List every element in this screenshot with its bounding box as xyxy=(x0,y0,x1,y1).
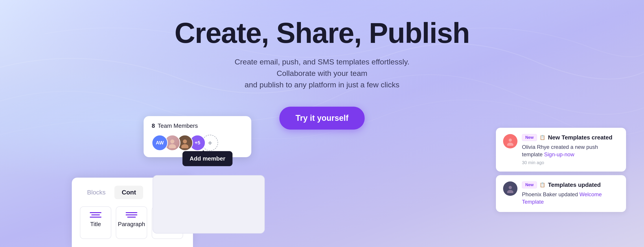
notif-link-1[interactable]: Sign-up-now xyxy=(544,151,574,157)
svg-point-2 xyxy=(183,139,187,143)
svg-point-7 xyxy=(507,190,514,193)
add-member-tooltip: Add member xyxy=(182,151,232,166)
new-badge-1: New xyxy=(522,134,537,141)
try-it-yourself-button[interactable]: Try it yourself xyxy=(279,107,365,130)
notif-body-1: Olivia Rhye created a new push template … xyxy=(522,143,619,158)
notif-avatar-olivia xyxy=(503,134,518,148)
new-badge-2: New xyxy=(522,181,537,188)
avatar-aw: AW xyxy=(152,135,168,151)
svg-point-6 xyxy=(509,186,512,189)
block-paragraph-label: Paragraph xyxy=(118,221,145,228)
team-label: Team Members xyxy=(158,122,198,129)
hero-subtitle: Create email, push, and SMS templates ef… xyxy=(221,56,423,91)
svg-point-5 xyxy=(507,143,514,146)
notification-item-2: New 📋 Templates updated Phoenix Baker up… xyxy=(496,175,626,212)
team-count: 8 xyxy=(152,122,155,129)
notif-time-1: 30 min ago xyxy=(522,160,619,165)
para-icon-line3 xyxy=(127,217,136,217)
tab-content[interactable]: Cont xyxy=(114,186,143,199)
team-members-card: 8 Team Members AW +5 + Add member xyxy=(144,116,251,157)
team-avatars: AW +5 + xyxy=(152,135,243,151)
title-icon-line2 xyxy=(91,214,100,215)
hero-title: Create, Share, Publish xyxy=(174,18,470,48)
svg-point-4 xyxy=(509,139,512,142)
title-icon-line1 xyxy=(90,212,102,213)
block-title[interactable]: Title xyxy=(80,206,111,239)
para-icon-line2 xyxy=(126,214,137,215)
title-icon-line3 xyxy=(90,217,102,217)
svg-point-1 xyxy=(169,144,176,148)
template-icon-1: 📋 xyxy=(540,135,545,140)
notif-avatar-phoenix xyxy=(503,181,518,196)
title-block-icon xyxy=(90,212,102,217)
notifications-card: New 📋 New Templates created Olivia Rhye … xyxy=(496,128,626,215)
template-icon-2: 📋 xyxy=(540,182,545,187)
notif-header-2: New 📋 Templates updated xyxy=(522,181,619,188)
notif-header-1: New 📋 New Templates created xyxy=(522,134,619,141)
block-paragraph[interactable]: Paragraph xyxy=(116,206,147,239)
notification-item-1: New 📋 New Templates created Olivia Rhye … xyxy=(496,128,626,172)
paragraph-block-icon xyxy=(126,212,137,217)
svg-point-3 xyxy=(181,144,188,148)
notif-title-1: New Templates created xyxy=(548,134,612,141)
notif-title-2: Templates updated xyxy=(548,181,601,188)
para-icon-line1 xyxy=(126,212,137,213)
notif-body-2: Phoenix Baker updated Welcome Template xyxy=(522,191,619,206)
block-title-label: Title xyxy=(90,221,101,228)
preview-card xyxy=(152,175,265,233)
svg-point-0 xyxy=(170,139,174,143)
notif-content-1: New 📋 New Templates created Olivia Rhye … xyxy=(522,134,619,165)
tab-blocks[interactable]: Blocks xyxy=(80,186,113,199)
team-header: 8 Team Members xyxy=(152,122,243,129)
notif-content-2: New 📋 Templates updated Phoenix Baker up… xyxy=(522,181,619,206)
